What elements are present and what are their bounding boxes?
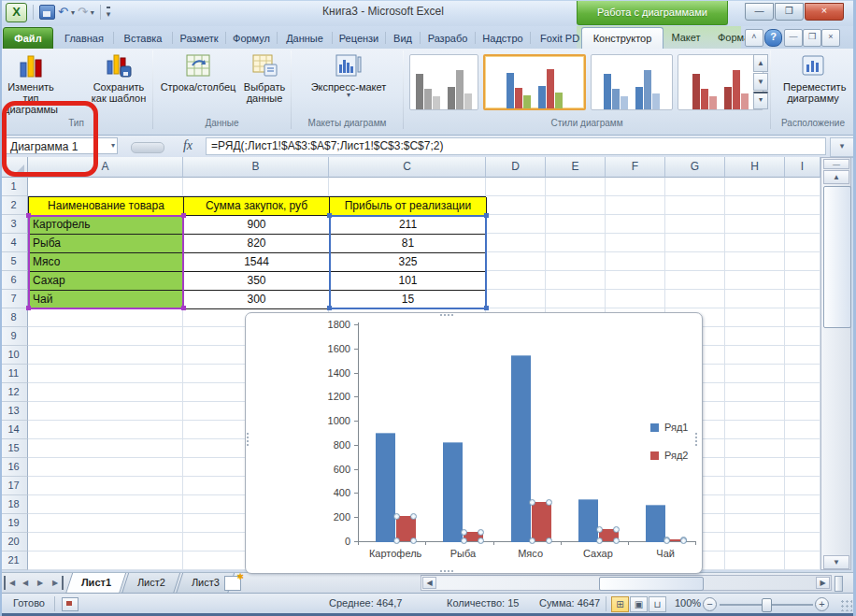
tab-8[interactable]: Разрабо xyxy=(421,28,474,49)
row-header-10[interactable]: 10 xyxy=(0,346,28,365)
selection-handle[interactable] xyxy=(596,526,603,533)
row-header-20[interactable]: 20 xyxy=(0,533,28,552)
scroll-left-icon[interactable]: ◀ xyxy=(422,577,436,589)
tab-10[interactable]: Foxit PD xyxy=(532,28,588,49)
save-icon[interactable] xyxy=(39,5,55,20)
style-blue[interactable] xyxy=(591,54,673,110)
insert-function-icon[interactable]: fx xyxy=(176,137,200,154)
tab-макет[interactable]: Макет xyxy=(663,27,708,49)
tab-7[interactable]: Вид xyxy=(387,28,419,49)
row-header-5[interactable]: 5 xyxy=(0,252,28,271)
selection-handle[interactable] xyxy=(663,537,670,544)
prev-sheet-icon[interactable]: ◀ xyxy=(19,576,32,590)
bar-series2-3[interactable] xyxy=(532,502,551,541)
column-header-A[interactable]: A xyxy=(28,157,183,178)
split-handle[interactable]: — xyxy=(823,159,849,169)
range-handle[interactable] xyxy=(327,306,332,310)
workbook-close-icon[interactable]: × xyxy=(821,29,840,47)
selection-handle[interactable] xyxy=(596,537,603,544)
selection-handle[interactable] xyxy=(529,537,535,544)
table-cell[interactable]: 300 xyxy=(184,291,330,309)
row-header-21[interactable]: 21 xyxy=(0,552,28,570)
last-sheet-icon[interactable]: ▶ xyxy=(49,576,64,590)
close-button[interactable]: × xyxy=(805,3,844,21)
horizontal-scrollbar[interactable]: ◀ ▶ xyxy=(421,575,832,591)
table-header-cell[interactable]: Наименование товара xyxy=(29,197,184,216)
zoom-slider-thumb[interactable] xyxy=(762,598,772,612)
range-handle[interactable] xyxy=(181,306,186,310)
insert-sheet-icon[interactable]: ✱ xyxy=(224,576,241,591)
row-header-4[interactable]: 4 xyxy=(0,234,28,252)
workbook-minimize-icon[interactable]: — xyxy=(784,29,803,47)
vertical-scrollbar[interactable]: — ▲ ▼ xyxy=(820,157,851,570)
chart-grip-top[interactable] xyxy=(440,314,453,316)
resize-grip[interactable] xyxy=(840,599,852,611)
row-header-9[interactable]: 9 xyxy=(0,327,28,346)
legend-entry-Ряд2[interactable]: Ряд2 xyxy=(650,450,688,461)
gallery-scroll-up-icon[interactable]: ▲ xyxy=(753,54,768,72)
row-header-16[interactable]: 16 xyxy=(0,458,28,477)
row-header-6[interactable]: 6 xyxy=(0,271,28,290)
row-header-8[interactable]: 8 xyxy=(0,308,28,327)
selection-handle[interactable] xyxy=(680,537,687,544)
tab-1[interactable]: Главная xyxy=(56,28,112,49)
horizontal-scroll-thumb[interactable] xyxy=(599,577,704,591)
chart-grip-left[interactable] xyxy=(247,433,249,446)
column-header-F[interactable]: F xyxy=(606,157,665,178)
zoom-in-icon[interactable]: + xyxy=(815,597,829,611)
range-handle[interactable] xyxy=(484,306,489,310)
row-header-3[interactable]: 3 xyxy=(0,215,28,234)
range-handle[interactable] xyxy=(327,213,332,218)
column-header-G[interactable]: G xyxy=(665,157,725,178)
style-gray[interactable] xyxy=(409,54,478,110)
zoom-out-icon[interactable]: − xyxy=(703,597,717,611)
row-header-2[interactable]: 2 xyxy=(0,196,28,215)
selection-handle[interactable] xyxy=(613,537,620,544)
column-header-C[interactable]: C xyxy=(329,157,486,178)
workbook-restore-icon[interactable]: ❒ xyxy=(803,29,821,47)
selection-handle[interactable] xyxy=(410,537,417,544)
row-header-7[interactable]: 7 xyxy=(0,290,28,308)
table-cell[interactable]: Картофель xyxy=(29,216,184,235)
selection-handle[interactable] xyxy=(613,526,620,533)
sheet-tab-лист1[interactable]: Лист1 xyxy=(65,573,126,594)
chart-object[interactable]: 180016001400120010008006004002000 Картоф… xyxy=(245,312,703,574)
select-data-button[interactable]: Выбрать данные xyxy=(239,50,290,116)
row-header-18[interactable]: 18 xyxy=(0,495,28,514)
table-cell[interactable]: 101 xyxy=(330,272,487,291)
change-chart-type-button[interactable]: Изменить тип диаграммы xyxy=(3,50,59,116)
maximize-button[interactable]: ❒ xyxy=(775,3,804,21)
chart-grip-right[interactable] xyxy=(695,433,697,446)
row-header-19[interactable]: 19 xyxy=(0,514,28,533)
chart-grip-bottom[interactable] xyxy=(440,570,453,572)
tab-3[interactable]: Разметк xyxy=(174,28,224,49)
row-header-12[interactable]: 12 xyxy=(0,383,28,402)
tab-конструктор[interactable]: Конструктор xyxy=(581,27,663,50)
page-layout-view-icon[interactable]: ▣ xyxy=(630,596,648,612)
row-header-11[interactable]: 11 xyxy=(0,365,28,383)
table-cell[interactable]: 350 xyxy=(184,272,330,291)
vertical-scroll-thumb[interactable] xyxy=(823,186,851,328)
minimize-button[interactable]: — xyxy=(745,3,774,21)
page-break-view-icon[interactable]: ⊔ xyxy=(649,596,666,612)
bar-series1-5[interactable] xyxy=(646,505,665,542)
switch-row-column-button[interactable]: Строка/столбец xyxy=(159,50,237,116)
column-header-B[interactable]: B xyxy=(183,157,329,178)
select-all-corner[interactable] xyxy=(0,157,28,178)
range-handle[interactable] xyxy=(484,213,489,218)
name-box-dropdown-icon[interactable]: ▾ xyxy=(111,138,115,153)
tab-4[interactable]: Формул xyxy=(227,28,276,49)
redo-icon[interactable]: ↷ xyxy=(78,5,88,20)
row-header-13[interactable]: 13 xyxy=(0,402,28,421)
tab-split-handle[interactable] xyxy=(835,576,843,592)
gallery-scroll-down-icon[interactable]: ▼ xyxy=(753,73,768,91)
customize-qat-icon[interactable]: ▾ xyxy=(107,7,111,19)
bar-series1-2[interactable] xyxy=(443,442,463,542)
tab-file[interactable]: Файл xyxy=(3,27,53,50)
table-cell[interactable]: 81 xyxy=(330,235,487,253)
column-header-E[interactable]: E xyxy=(546,157,606,178)
table-cell[interactable]: 325 xyxy=(330,253,487,272)
first-sheet-icon[interactable]: ◀ xyxy=(4,576,19,590)
scroll-down-icon[interactable]: ▼ xyxy=(823,555,849,569)
normal-view-icon[interactable]: ⊞ xyxy=(611,596,629,612)
